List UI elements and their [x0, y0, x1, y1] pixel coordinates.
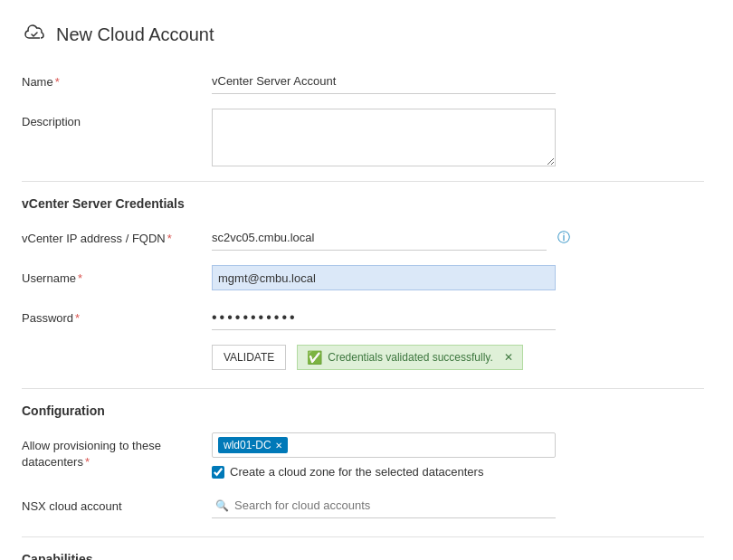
username-input[interactable]: [212, 265, 556, 290]
credentials-section: vCenter Server Credentials vCenter IP ad…: [22, 196, 704, 370]
nsx-search-input[interactable]: [234, 498, 552, 512]
provisioning-label: Allow provisioning to these datacenters*: [22, 432, 212, 470]
validate-button[interactable]: VALIDATE: [212, 345, 286, 370]
username-row: Username*: [22, 265, 704, 290]
nsx-label: NSX cloud account: [22, 493, 212, 515]
validation-success-banner: ✅ Credentials validated successfully. ✕: [297, 345, 523, 370]
password-control: [212, 305, 704, 330]
create-cloud-zone-row: Create a cloud zone for the selected dat…: [212, 465, 704, 479]
configuration-section-title: Configuration: [22, 403, 704, 418]
create-cloud-zone-label: Create a cloud zone for the selected dat…: [230, 465, 483, 479]
name-row: Name*: [22, 69, 704, 94]
close-success-icon[interactable]: ✕: [504, 351, 513, 364]
datacenter-tag-input[interactable]: [291, 439, 549, 452]
provisioning-row: Allow provisioning to these datacenters*…: [22, 432, 704, 479]
cloud-sync-icon: [22, 22, 47, 47]
datacenter-chip-close[interactable]: ✕: [275, 441, 282, 451]
datacenter-chip-label: wld01-DC: [224, 439, 271, 451]
password-label: Password*: [22, 305, 212, 327]
name-input[interactable]: [212, 69, 556, 94]
datacenter-chip: wld01-DC ✕: [218, 437, 288, 453]
description-row: Description: [22, 109, 704, 166]
username-label: Username*: [22, 265, 212, 287]
name-control: [212, 69, 704, 94]
vcenter-ip-row: vCenter IP address / FQDN* ⓘ: [22, 225, 704, 251]
page-title: New Cloud Account: [56, 24, 214, 45]
description-textarea[interactable]: [212, 109, 556, 166]
success-message: Credentials validated successfully.: [328, 351, 493, 364]
validate-row: VALIDATE ✅ Credentials validated success…: [22, 345, 704, 370]
vcenter-ip-label: vCenter IP address / FQDN*: [22, 225, 212, 247]
password-row: Password*: [22, 305, 704, 330]
nsx-search-wrapper[interactable]: 🔍: [212, 493, 556, 518]
description-label: Description: [22, 109, 212, 130]
datacenter-tag-wrapper[interactable]: wld01-DC ✕: [212, 432, 556, 458]
success-check-icon: ✅: [307, 350, 322, 365]
capabilities-section: Capabilities Capability tags ⓘ: [22, 552, 704, 560]
username-control: [212, 265, 704, 290]
description-control: [212, 109, 704, 166]
capabilities-section-title: Capabilities: [22, 552, 704, 560]
nsx-search-icon: 🔍: [215, 499, 229, 512]
name-label: Name*: [22, 69, 212, 90]
nsx-control: 🔍: [212, 493, 704, 518]
nsx-row: NSX cloud account 🔍: [22, 493, 704, 518]
page-header: New Cloud Account: [22, 22, 704, 47]
configuration-section: Configuration Allow provisioning to thes…: [22, 403, 704, 518]
credentials-section-title: vCenter Server Credentials: [22, 196, 704, 211]
password-input[interactable]: [212, 305, 556, 330]
provisioning-control: wld01-DC ✕ Create a cloud zone for the s…: [212, 432, 704, 479]
vcenter-ip-control: ⓘ: [212, 225, 704, 251]
vcenter-ip-input[interactable]: [212, 225, 547, 251]
create-cloud-zone-checkbox[interactable]: [212, 466, 224, 479]
vcenter-ip-info-icon[interactable]: ⓘ: [557, 230, 570, 246]
